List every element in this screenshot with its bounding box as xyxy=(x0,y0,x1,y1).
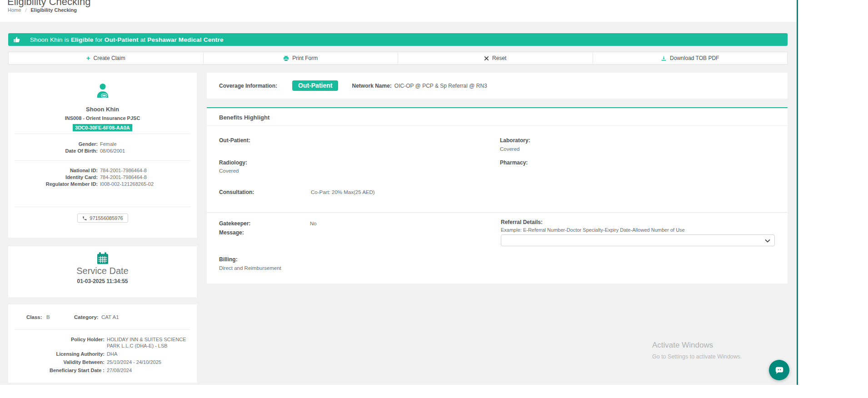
patient-name: Shoon Khin xyxy=(8,106,197,113)
billing-value: Direct and Reimbursement xyxy=(219,265,281,271)
laboratory-value: Covered xyxy=(500,146,519,152)
chat-button[interactable] xyxy=(769,360,789,380)
vertical-accent-rule xyxy=(797,0,798,385)
action-toolbar: + Create Claim Print Form Reset Download… xyxy=(8,52,788,65)
policy-holder-value: HOLIDAY INN & SUITES SCIENCE PARK L.L.C … xyxy=(107,336,191,349)
chat-bubble-icon xyxy=(774,365,784,375)
breadcrumb: Home / Eligibility Checking xyxy=(8,7,77,13)
coverage-information-label: Coverage Information: xyxy=(219,83,277,89)
national-id-value: 784-2001-7986464-8 xyxy=(100,168,197,174)
calendar-icon xyxy=(95,251,110,267)
activate-windows-watermark: Activate Windows xyxy=(652,341,713,350)
divider xyxy=(15,329,190,330)
gender-value: Female xyxy=(100,141,197,147)
message-label: Message: xyxy=(219,229,244,236)
phone-number: 971556085976 xyxy=(90,215,123,221)
validity-between-value: 25/10/2024 - 24/10/2025 xyxy=(107,359,191,365)
patient-insurer: INS008 - Orient Insurance PJSC xyxy=(8,115,197,121)
regulator-member-id-label: Regulator Member ID: xyxy=(8,181,98,187)
divider xyxy=(15,160,190,161)
coverage-card: Coverage Information: Out-Patient Networ… xyxy=(207,73,788,99)
phone-icon xyxy=(82,216,87,221)
thumbs-up-icon xyxy=(13,36,20,43)
eligibility-checking-page: Eligibility Checking Home / Eligibility … xyxy=(0,0,868,398)
patient-card: Shoon Khin INS008 - Orient Insurance PJS… xyxy=(8,73,197,238)
referral-details-label: Referral Details: xyxy=(501,219,543,225)
regulator-member-id-value: I008-002-121268265-02 xyxy=(100,181,197,187)
beneficiary-start-value: 27/08/2024 xyxy=(107,367,191,373)
billing-label: Billing: xyxy=(219,256,238,263)
pharmacy-label: Pharmacy: xyxy=(500,159,528,166)
benefits-card: Benefits Highlight Out-Patient: Laborato… xyxy=(207,107,788,284)
create-claim-button[interactable]: + Create Claim xyxy=(9,52,203,64)
policy-holder-label: Policy Holder: xyxy=(8,336,105,349)
coverage-type-badge: Out-Patient xyxy=(292,80,338,91)
patient-demographics: Gender: Female Date Of Birth: 08/06/2001 xyxy=(8,141,197,154)
service-date-value: 01-03-2025 11:34:55 xyxy=(8,278,197,284)
category-value: CAT A1 xyxy=(101,314,119,320)
breadcrumb-separator: / xyxy=(25,7,26,13)
laboratory-label: Laboratory: xyxy=(500,137,530,144)
dob-label: Date Of Birth: xyxy=(8,148,98,154)
eligibility-banner: Shoon Khin is Eligible for Out-Patient a… xyxy=(8,33,788,46)
x-icon xyxy=(484,56,489,61)
radiology-label: Radiology: xyxy=(219,159,247,166)
download-icon xyxy=(661,55,667,61)
policy-details: Policy Holder: HOLIDAY INN & SUITES SCIE… xyxy=(8,336,197,373)
network-name-value: OIC-OP @ PCP & Sp Referral @ RN3 xyxy=(394,83,487,89)
patient-ids: National ID: 784-2001-7986464-8 Identity… xyxy=(8,168,197,187)
divider xyxy=(207,125,788,126)
class-label: Class: xyxy=(26,314,42,320)
identity-card-value: 784-2001-7986464-8 xyxy=(100,174,197,180)
reset-button[interactable]: Reset xyxy=(398,52,593,64)
licensing-authority-value: DHA xyxy=(107,351,191,357)
validity-between-label: Validity Between: xyxy=(8,359,105,365)
divider xyxy=(15,207,190,207)
identity-card-label: Identity Card: xyxy=(8,174,98,180)
service-date-card: Service Date 01-03-2025 11:34:55 xyxy=(8,246,197,297)
gatekeeper-label: Gatekeeper: xyxy=(219,220,250,227)
benefits-title: Benefits Highlight xyxy=(219,114,269,121)
activate-windows-subtext: Go to Settings to activate Windows. xyxy=(652,353,742,360)
member-id-badge[interactable]: 3DC0-30FE-6F08-AA0A xyxy=(73,124,132,131)
print-form-button[interactable]: Print Form xyxy=(203,52,398,64)
download-tob-pdf-button[interactable]: Download TOB PDF xyxy=(593,52,788,64)
page-title: Eligibility Checking xyxy=(7,0,90,8)
consultation-label: Consultation: xyxy=(219,189,254,195)
eligibility-banner-text: Shoon Khin is Eligible for Out-Patient a… xyxy=(30,36,224,43)
gatekeeper-value: No xyxy=(310,221,317,226)
consultation-value: Co-Part: 20% Max(25 AED) xyxy=(311,189,375,195)
breadcrumb-current: Eligibility Checking xyxy=(31,7,77,13)
referral-select[interactable] xyxy=(501,234,775,246)
divider xyxy=(15,134,190,134)
class-value: B xyxy=(46,314,50,320)
national-id-label: National ID: xyxy=(8,168,98,174)
policy-card: Class: B Category: CAT A1 Policy Holder:… xyxy=(8,304,197,383)
divider xyxy=(207,212,788,213)
category-label: Category: xyxy=(74,314,99,320)
gender-label: Gender: xyxy=(8,141,98,147)
service-date-title: Service Date xyxy=(8,266,197,276)
out-patient-label: Out-Patient: xyxy=(219,137,250,144)
patient-avatar-icon xyxy=(93,82,112,103)
licensing-authority-label: Licensing Authority: xyxy=(8,351,105,357)
chevron-down-icon xyxy=(765,239,770,243)
network-name-label: Network Name: xyxy=(352,83,391,89)
dob-value: 08/06/2001 xyxy=(100,148,197,154)
plus-icon: + xyxy=(86,55,90,61)
phone-button[interactable]: 971556085976 xyxy=(77,214,128,223)
referral-example-text: Example: E-Referral Number-Doctor Specia… xyxy=(501,227,685,233)
beneficiary-start-label: Beneficiary Start Date : xyxy=(8,367,105,373)
radiology-value: Covered xyxy=(219,168,239,174)
breadcrumb-home-link[interactable]: Home xyxy=(8,7,21,13)
printer-icon xyxy=(283,55,289,61)
